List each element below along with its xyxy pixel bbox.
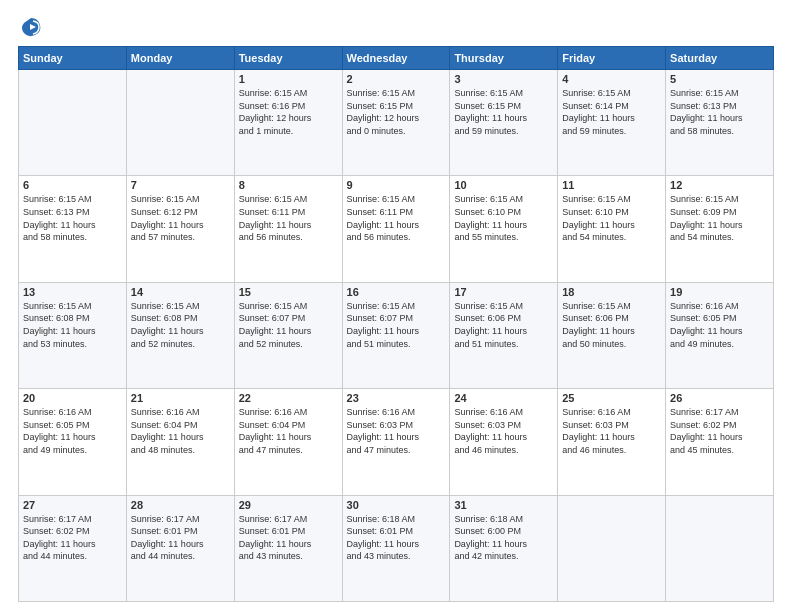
day-number: 11 [562, 179, 661, 191]
day-number: 21 [131, 392, 230, 404]
day-info: Sunrise: 6:16 AM Sunset: 6:03 PM Dayligh… [347, 406, 446, 456]
calendar-empty-cell [19, 70, 127, 176]
day-number: 16 [347, 286, 446, 298]
calendar-day-22: 22Sunrise: 6:16 AM Sunset: 6:04 PM Dayli… [234, 389, 342, 495]
calendar-day-23: 23Sunrise: 6:16 AM Sunset: 6:03 PM Dayli… [342, 389, 450, 495]
calendar-day-3: 3Sunrise: 6:15 AM Sunset: 6:15 PM Daylig… [450, 70, 558, 176]
day-info: Sunrise: 6:16 AM Sunset: 6:05 PM Dayligh… [23, 406, 122, 456]
day-info: Sunrise: 6:15 AM Sunset: 6:07 PM Dayligh… [347, 300, 446, 350]
day-info: Sunrise: 6:17 AM Sunset: 6:01 PM Dayligh… [239, 513, 338, 563]
day-number: 6 [23, 179, 122, 191]
day-info: Sunrise: 6:15 AM Sunset: 6:12 PM Dayligh… [131, 193, 230, 243]
day-number: 25 [562, 392, 661, 404]
calendar-day-14: 14Sunrise: 6:15 AM Sunset: 6:08 PM Dayli… [126, 282, 234, 388]
logo-icon [20, 16, 42, 38]
day-number: 15 [239, 286, 338, 298]
calendar-day-9: 9Sunrise: 6:15 AM Sunset: 6:11 PM Daylig… [342, 176, 450, 282]
calendar-day-2: 2Sunrise: 6:15 AM Sunset: 6:15 PM Daylig… [342, 70, 450, 176]
day-number: 4 [562, 73, 661, 85]
day-number: 29 [239, 499, 338, 511]
calendar-day-24: 24Sunrise: 6:16 AM Sunset: 6:03 PM Dayli… [450, 389, 558, 495]
calendar-day-30: 30Sunrise: 6:18 AM Sunset: 6:01 PM Dayli… [342, 495, 450, 601]
calendar-day-12: 12Sunrise: 6:15 AM Sunset: 6:09 PM Dayli… [666, 176, 774, 282]
calendar-day-1: 1Sunrise: 6:15 AM Sunset: 6:16 PM Daylig… [234, 70, 342, 176]
calendar-header-row: SundayMondayTuesdayWednesdayThursdayFrid… [19, 47, 774, 70]
calendar-day-11: 11Sunrise: 6:15 AM Sunset: 6:10 PM Dayli… [558, 176, 666, 282]
calendar-week-row: 13Sunrise: 6:15 AM Sunset: 6:08 PM Dayli… [19, 282, 774, 388]
day-info: Sunrise: 6:15 AM Sunset: 6:14 PM Dayligh… [562, 87, 661, 137]
day-number: 31 [454, 499, 553, 511]
day-number: 8 [239, 179, 338, 191]
day-info: Sunrise: 6:15 AM Sunset: 6:08 PM Dayligh… [131, 300, 230, 350]
day-info: Sunrise: 6:15 AM Sunset: 6:08 PM Dayligh… [23, 300, 122, 350]
day-info: Sunrise: 6:17 AM Sunset: 6:02 PM Dayligh… [670, 406, 769, 456]
calendar-day-25: 25Sunrise: 6:16 AM Sunset: 6:03 PM Dayli… [558, 389, 666, 495]
calendar-table: SundayMondayTuesdayWednesdayThursdayFrid… [18, 46, 774, 602]
day-number: 23 [347, 392, 446, 404]
calendar-day-10: 10Sunrise: 6:15 AM Sunset: 6:10 PM Dayli… [450, 176, 558, 282]
day-number: 3 [454, 73, 553, 85]
calendar-day-4: 4Sunrise: 6:15 AM Sunset: 6:14 PM Daylig… [558, 70, 666, 176]
calendar-week-row: 6Sunrise: 6:15 AM Sunset: 6:13 PM Daylig… [19, 176, 774, 282]
day-number: 26 [670, 392, 769, 404]
day-info: Sunrise: 6:16 AM Sunset: 6:04 PM Dayligh… [131, 406, 230, 456]
day-number: 2 [347, 73, 446, 85]
calendar-day-18: 18Sunrise: 6:15 AM Sunset: 6:06 PM Dayli… [558, 282, 666, 388]
day-number: 28 [131, 499, 230, 511]
col-header-saturday: Saturday [666, 47, 774, 70]
day-number: 30 [347, 499, 446, 511]
day-number: 10 [454, 179, 553, 191]
day-number: 9 [347, 179, 446, 191]
day-info: Sunrise: 6:15 AM Sunset: 6:15 PM Dayligh… [347, 87, 446, 137]
calendar-day-8: 8Sunrise: 6:15 AM Sunset: 6:11 PM Daylig… [234, 176, 342, 282]
logo [18, 16, 42, 38]
calendar-day-21: 21Sunrise: 6:16 AM Sunset: 6:04 PM Dayli… [126, 389, 234, 495]
col-header-sunday: Sunday [19, 47, 127, 70]
col-header-friday: Friday [558, 47, 666, 70]
day-info: Sunrise: 6:18 AM Sunset: 6:00 PM Dayligh… [454, 513, 553, 563]
day-info: Sunrise: 6:15 AM Sunset: 6:15 PM Dayligh… [454, 87, 553, 137]
day-number: 5 [670, 73, 769, 85]
calendar-day-26: 26Sunrise: 6:17 AM Sunset: 6:02 PM Dayli… [666, 389, 774, 495]
calendar-day-6: 6Sunrise: 6:15 AM Sunset: 6:13 PM Daylig… [19, 176, 127, 282]
calendar-day-16: 16Sunrise: 6:15 AM Sunset: 6:07 PM Dayli… [342, 282, 450, 388]
day-info: Sunrise: 6:15 AM Sunset: 6:06 PM Dayligh… [562, 300, 661, 350]
calendar-day-28: 28Sunrise: 6:17 AM Sunset: 6:01 PM Dayli… [126, 495, 234, 601]
col-header-monday: Monday [126, 47, 234, 70]
col-header-wednesday: Wednesday [342, 47, 450, 70]
day-info: Sunrise: 6:15 AM Sunset: 6:13 PM Dayligh… [670, 87, 769, 137]
calendar-day-13: 13Sunrise: 6:15 AM Sunset: 6:08 PM Dayli… [19, 282, 127, 388]
calendar-day-31: 31Sunrise: 6:18 AM Sunset: 6:00 PM Dayli… [450, 495, 558, 601]
calendar-day-5: 5Sunrise: 6:15 AM Sunset: 6:13 PM Daylig… [666, 70, 774, 176]
day-info: Sunrise: 6:15 AM Sunset: 6:10 PM Dayligh… [562, 193, 661, 243]
day-info: Sunrise: 6:16 AM Sunset: 6:05 PM Dayligh… [670, 300, 769, 350]
calendar-day-7: 7Sunrise: 6:15 AM Sunset: 6:12 PM Daylig… [126, 176, 234, 282]
calendar-empty-cell [666, 495, 774, 601]
calendar-page: SundayMondayTuesdayWednesdayThursdayFrid… [0, 0, 792, 612]
day-number: 27 [23, 499, 122, 511]
calendar-week-row: 20Sunrise: 6:16 AM Sunset: 6:05 PM Dayli… [19, 389, 774, 495]
header [18, 16, 774, 38]
calendar-day-15: 15Sunrise: 6:15 AM Sunset: 6:07 PM Dayli… [234, 282, 342, 388]
day-number: 24 [454, 392, 553, 404]
day-info: Sunrise: 6:15 AM Sunset: 6:06 PM Dayligh… [454, 300, 553, 350]
day-info: Sunrise: 6:17 AM Sunset: 6:01 PM Dayligh… [131, 513, 230, 563]
day-info: Sunrise: 6:15 AM Sunset: 6:16 PM Dayligh… [239, 87, 338, 137]
calendar-week-row: 1Sunrise: 6:15 AM Sunset: 6:16 PM Daylig… [19, 70, 774, 176]
day-number: 22 [239, 392, 338, 404]
day-info: Sunrise: 6:15 AM Sunset: 6:13 PM Dayligh… [23, 193, 122, 243]
col-header-thursday: Thursday [450, 47, 558, 70]
day-number: 17 [454, 286, 553, 298]
day-number: 13 [23, 286, 122, 298]
calendar-day-19: 19Sunrise: 6:16 AM Sunset: 6:05 PM Dayli… [666, 282, 774, 388]
day-info: Sunrise: 6:15 AM Sunset: 6:10 PM Dayligh… [454, 193, 553, 243]
day-number: 7 [131, 179, 230, 191]
day-info: Sunrise: 6:15 AM Sunset: 6:09 PM Dayligh… [670, 193, 769, 243]
day-info: Sunrise: 6:15 AM Sunset: 6:11 PM Dayligh… [347, 193, 446, 243]
day-info: Sunrise: 6:17 AM Sunset: 6:02 PM Dayligh… [23, 513, 122, 563]
day-number: 12 [670, 179, 769, 191]
day-info: Sunrise: 6:18 AM Sunset: 6:01 PM Dayligh… [347, 513, 446, 563]
calendar-day-17: 17Sunrise: 6:15 AM Sunset: 6:06 PM Dayli… [450, 282, 558, 388]
day-number: 20 [23, 392, 122, 404]
day-number: 1 [239, 73, 338, 85]
